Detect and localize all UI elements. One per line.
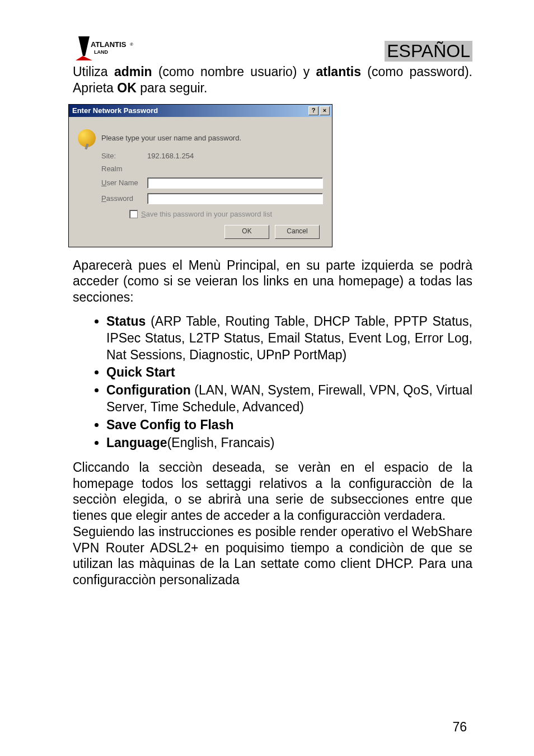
intro-user: admin	[114, 64, 152, 79]
after-dialog-paragraph: Aparecerà pues el Menù Principal, en su …	[73, 257, 472, 306]
realm-label: Realm	[101, 165, 147, 173]
list-item: Configuration (LAN, WAN, System, Firewal…	[106, 382, 472, 416]
intro-prefix: Utiliza	[73, 64, 114, 79]
list-item: Status (ARP Table, Routing Table, DHCP T…	[106, 313, 472, 364]
username-input[interactable]	[147, 177, 323, 189]
list-item: Language(English, Francais)	[106, 435, 472, 452]
dialog-prompt: Please type your user name and password.	[101, 134, 241, 142]
closing-paragraph: Cliccando la secciòn deseada, se veràn e…	[73, 459, 472, 588]
dialog-title: Enter Network Password	[72, 106, 158, 115]
page-number: 76	[452, 720, 467, 735]
intro-suffix: para seguir.	[137, 81, 208, 95]
list-item: Quick Start	[106, 364, 472, 381]
language-tag: ESPAÑOL	[385, 41, 472, 62]
username-label: User Name	[101, 179, 147, 187]
intro-ok: OK	[117, 81, 137, 95]
cancel-button[interactable]: Cancel	[275, 225, 320, 239]
brand-logo: ATLANTIS ® LAND	[73, 34, 140, 62]
list-item: Save Config to Flash	[106, 417, 472, 434]
menu-item-bold: Configuration	[106, 383, 191, 397]
intro-pass: atlantis	[316, 64, 362, 79]
key-icon	[78, 129, 96, 147]
save-password-checkbox[interactable]	[129, 210, 138, 218]
site-value: 192.168.1.254	[147, 152, 194, 160]
site-label: Site:	[101, 152, 147, 160]
password-input[interactable]	[147, 193, 323, 204]
menu-item-bold: Language	[106, 435, 167, 450]
close-button[interactable]: ×	[320, 106, 330, 115]
menu-item-bold: Quick Start	[106, 365, 175, 379]
menu-item-rest: (English, Francais)	[167, 435, 275, 450]
ok-button[interactable]: OK	[224, 225, 269, 239]
logo-text-bottom: LAND	[94, 49, 108, 55]
password-dialog: Enter Network Password ? × Please type y…	[68, 104, 332, 247]
intro-paragraph: Utiliza admin (como nombre usuario) y at…	[73, 64, 472, 96]
menu-item-rest: (ARP Table, Routing Table, DHCP Table, P…	[106, 314, 472, 362]
password-label: Password	[101, 194, 147, 203]
menu-list: Status (ARP Table, Routing Table, DHCP T…	[106, 313, 472, 452]
menu-item-bold: Save Config to Flash	[106, 417, 233, 432]
help-button[interactable]: ?	[308, 106, 318, 115]
svg-text:®: ®	[130, 42, 133, 47]
logo-text-top: ATLANTIS	[91, 40, 127, 49]
save-password-label: Save this password in your password list	[141, 210, 272, 218]
dialog-titlebar: Enter Network Password ? ×	[69, 105, 332, 117]
menu-item-bold: Status	[106, 314, 146, 328]
intro-mid1: (como nombre usuario) y	[152, 64, 316, 79]
